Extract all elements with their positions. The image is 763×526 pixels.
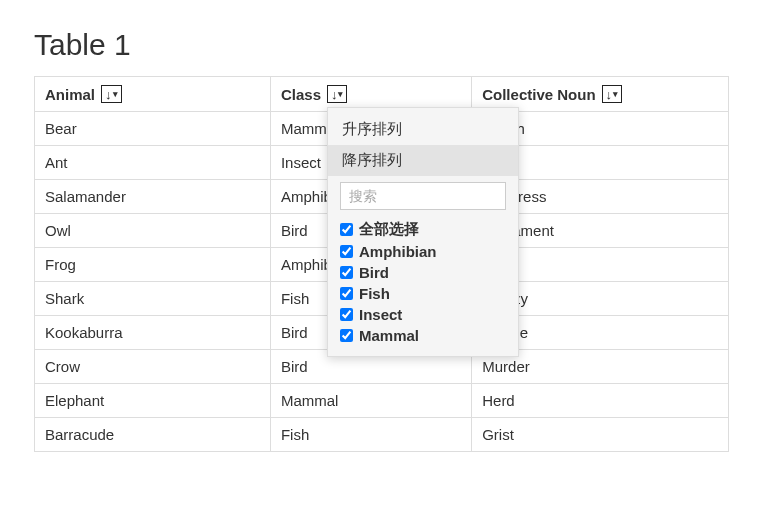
cell-animal: Owl xyxy=(35,214,271,248)
arrow-down-icon: ↓ xyxy=(331,88,338,101)
sort-filter-button-animal[interactable]: ↓ ▾ xyxy=(101,85,122,103)
cell-animal: Crow xyxy=(35,350,271,384)
caret-down-icon: ▾ xyxy=(113,90,118,99)
cell-animal: Salamander xyxy=(35,180,271,214)
arrow-down-icon: ↓ xyxy=(105,88,112,101)
cell-noun: Herd xyxy=(472,384,729,418)
caret-down-icon: ▾ xyxy=(338,90,343,99)
cell-animal: Bear xyxy=(35,112,271,146)
filter-option-label: Mammal xyxy=(359,327,419,344)
cell-animal: Frog xyxy=(35,248,271,282)
page-title: Table 1 xyxy=(34,28,729,62)
cell-animal: Kookaburra xyxy=(35,316,271,350)
filter-select-all[interactable]: 全部选择 xyxy=(340,218,508,241)
filter-option[interactable]: Bird xyxy=(340,262,508,283)
sort-filter-button-noun[interactable]: ↓ ▾ xyxy=(602,85,623,103)
sort-descending[interactable]: 降序排列 xyxy=(328,145,518,176)
table-row: BarracudeFishGrist xyxy=(35,418,729,452)
filter-option[interactable]: Fish xyxy=(340,283,508,304)
cell-animal: Elephant xyxy=(35,384,271,418)
filter-option-label: Amphibian xyxy=(359,243,437,260)
cell-class: Fish xyxy=(270,418,471,452)
col-header-animal: Animal ↓ ▾ xyxy=(35,77,271,112)
filter-option-checkbox[interactable] xyxy=(340,266,353,279)
filter-option-checkbox[interactable] xyxy=(340,287,353,300)
filter-option-checkbox[interactable] xyxy=(340,329,353,342)
select-all-label: 全部选择 xyxy=(359,220,419,239)
filter-dropdown: 升序排列 降序排列 全部选择 AmphibianBirdFishInsectMa… xyxy=(327,107,519,357)
cell-animal: Barracude xyxy=(35,418,271,452)
filter-options-list[interactable]: 全部选择 AmphibianBirdFishInsectMammal xyxy=(340,218,512,346)
filter-option[interactable]: Insect xyxy=(340,304,508,325)
sort-filter-button-class[interactable]: ↓ ▾ xyxy=(327,85,348,103)
filter-option-checkbox[interactable] xyxy=(340,308,353,321)
filter-option-label: Fish xyxy=(359,285,390,302)
filter-option-label: Bird xyxy=(359,264,389,281)
filter-option[interactable]: Amphibian xyxy=(340,241,508,262)
col-label: Collective Noun xyxy=(482,86,595,103)
select-all-checkbox[interactable] xyxy=(340,223,353,236)
col-label: Class xyxy=(281,86,321,103)
sort-ascending[interactable]: 升序排列 xyxy=(328,114,518,145)
arrow-down-icon: ↓ xyxy=(606,88,613,101)
cell-noun: Grist xyxy=(472,418,729,452)
caret-down-icon: ▾ xyxy=(613,90,618,99)
cell-class: Mammal xyxy=(270,384,471,418)
filter-search-input[interactable] xyxy=(340,182,506,210)
table-row: ElephantMammalHerd xyxy=(35,384,729,418)
filter-option[interactable]: Mammal xyxy=(340,325,508,346)
filter-option-checkbox[interactable] xyxy=(340,245,353,258)
filter-option-label: Insect xyxy=(359,306,402,323)
cell-animal: Ant xyxy=(35,146,271,180)
cell-animal: Shark xyxy=(35,282,271,316)
col-label: Animal xyxy=(45,86,95,103)
